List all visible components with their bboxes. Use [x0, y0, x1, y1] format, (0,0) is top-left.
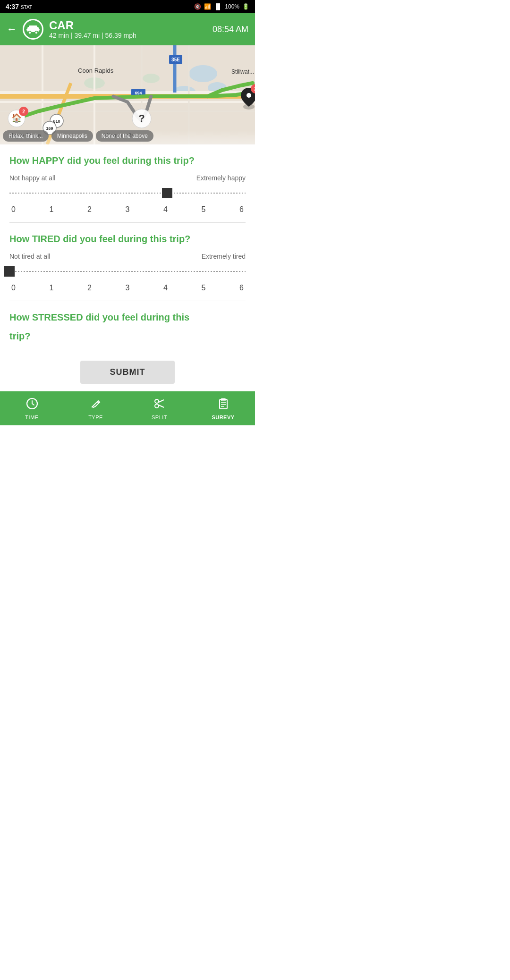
submit-button[interactable]: SUBMIT	[80, 361, 175, 384]
tired-scale-labels: Not tired at all Extremely tired	[9, 253, 246, 260]
status-bar: 4:37 STAT 🔇 📶 ▐▌ 100% 🔋	[0, 0, 255, 13]
nav-split-label: SPLIT	[152, 414, 167, 420]
nav-type-label: TYPE	[88, 414, 103, 420]
mute-icon: 🔇	[194, 3, 201, 10]
svg-point-6	[189, 65, 217, 82]
happy-label-right: Extremely happy	[196, 174, 246, 182]
happy-label-left: Not happy at all	[9, 174, 55, 182]
svg-line-49	[159, 400, 164, 402]
nav-time-label: TIME	[25, 414, 38, 420]
status-icons: 🔇 📶 ▐▌ 100% 🔋	[194, 3, 249, 10]
wifi-icon: 📶	[204, 3, 211, 10]
svg-text:35E: 35E	[171, 57, 180, 62]
scissors-icon	[153, 397, 166, 413]
trip-stats: 42 min | 39.47 mi | 56.39 mph	[49, 32, 207, 39]
transport-mode: CAR	[49, 19, 207, 32]
happy-question-title: How HAPPY did you feel during this trip?	[9, 155, 246, 167]
svg-point-9	[143, 74, 160, 83]
pencil-icon	[90, 397, 102, 413]
back-button[interactable]: ←	[7, 23, 17, 35]
map-view: 35E 610 694 169 🏠 2 2 ? Coon	[0, 45, 255, 144]
happy-slider[interactable]	[9, 185, 246, 202]
clipboard-icon	[217, 397, 230, 413]
svg-point-47	[155, 399, 159, 403]
trip-info: CAR 42 min | 39.47 mi | 56.39 mph	[49, 19, 207, 39]
svg-line-46	[97, 402, 99, 403]
happy-question: How HAPPY did you feel during this trip?…	[9, 144, 246, 222]
survey-form: How HAPPY did you feel during this trip?…	[0, 144, 255, 353]
happy-scale-numbers: 0123456	[9, 205, 246, 214]
nav-split[interactable]: SPLIT	[128, 397, 191, 420]
nav-type[interactable]: TYPE	[64, 397, 128, 420]
svg-line-50	[159, 405, 164, 407]
trip-header: ← CAR 42 min | 39.47 mi | 56.39 mph 08:5…	[0, 13, 255, 45]
svg-point-34	[246, 93, 251, 98]
svg-rect-1	[26, 29, 40, 31]
stressed-question-title-cont: trip?	[9, 331, 246, 353]
tired-scale-numbers: 0123456	[9, 284, 246, 292]
svg-rect-4	[29, 25, 37, 29]
svg-line-45	[32, 404, 34, 405]
tired-label-left: Not tired at all	[9, 253, 50, 260]
mode-icon	[23, 19, 43, 40]
svg-text:Coon Rapids: Coon Rapids	[78, 67, 114, 74]
chip-none[interactable]: None of the above	[96, 130, 153, 142]
nav-survey[interactable]: SUREVY	[191, 397, 255, 420]
svg-point-48	[155, 404, 159, 408]
chip-relax[interactable]: Relax, think...	[3, 130, 49, 142]
stressed-question: How STRESSED did you feel during this tr…	[9, 301, 246, 353]
tired-question: How TIRED did you feel during this trip?…	[9, 223, 246, 301]
time-icon	[26, 397, 38, 413]
nav-time[interactable]: TIME	[0, 397, 64, 420]
tired-question-title: How TIRED did you feel during this trip?	[9, 233, 246, 245]
happy-slider-thumb[interactable]	[162, 188, 172, 198]
battery-label: 100%	[225, 3, 239, 10]
bottom-navigation: TIME TYPE SPLIT	[0, 391, 255, 425]
status-time: 4:37 STAT	[6, 3, 32, 10]
battery-icon: 🔋	[242, 3, 249, 10]
svg-point-2	[28, 31, 31, 34]
happy-scale-labels: Not happy at all Extremely happy	[9, 174, 246, 182]
signal-icon: ▐▌	[214, 3, 222, 10]
stressed-question-title: How STRESSED did you feel during this	[9, 312, 246, 323]
tired-label-right: Extremely tired	[202, 253, 246, 260]
svg-text:?: ?	[138, 112, 144, 124]
svg-point-3	[35, 31, 38, 34]
submit-area: SUBMIT	[0, 353, 255, 391]
svg-text:2: 2	[254, 86, 255, 92]
tired-slider[interactable]	[9, 263, 246, 280]
tired-slider-thumb[interactable]	[4, 266, 15, 277]
svg-text:2: 2	[22, 109, 25, 114]
trip-time: 08:54 AM	[212, 25, 248, 34]
nav-survey-label: SUREVY	[212, 414, 234, 420]
chip-minneapolis[interactable]: Minneapolis	[51, 130, 93, 142]
filter-chips: Relax, think... Minneapolis None of the …	[0, 130, 255, 144]
svg-text:Stillwat...: Stillwat...	[231, 68, 254, 75]
